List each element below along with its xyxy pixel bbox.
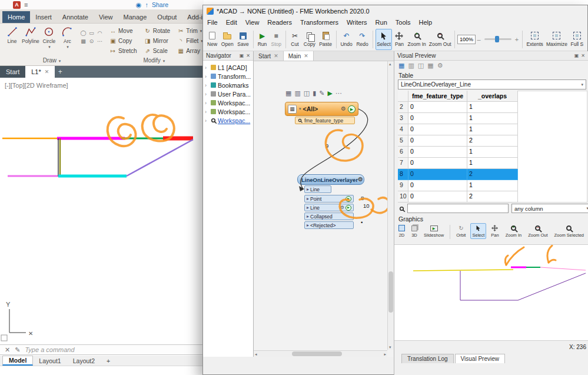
ellipse-icon[interactable]: ◯: [79, 29, 87, 37]
float-panel-icon[interactable]: ▣: [240, 53, 244, 58]
run-workspace-icon[interactable]: ▶: [328, 89, 333, 97]
modify-panel-label[interactable]: Modify ▾: [104, 56, 204, 65]
scroll-down-icon[interactable]: ▾: [389, 345, 391, 349]
table-row-selected[interactable]: 802: [398, 169, 518, 180]
ribbon-tab-home[interactable]: Home: [2, 11, 30, 23]
expand-icon[interactable]: ›: [205, 118, 209, 124]
menu-edit[interactable]: Edit: [222, 19, 241, 26]
autocad-app-icon[interactable]: A: [13, 1, 21, 9]
cmd-customize-icon[interactable]: ✎: [15, 346, 20, 354]
dropdown-caret-icon[interactable]: ▾: [200, 29, 202, 34]
select-tool-button[interactable]: Select: [376, 29, 393, 50]
zoom-extents-button[interactable]: Extents: [525, 29, 544, 50]
run-button[interactable]: ▶Run: [256, 29, 269, 50]
layout-tab-layout2[interactable]: Layout2: [67, 356, 101, 366]
expand-icon[interactable]: ›: [205, 74, 209, 79]
scroll-left-icon[interactable]: ◂: [255, 352, 257, 356]
menu-readers[interactable]: Readers: [263, 19, 296, 26]
dropdown-caret-icon[interactable]: ▾: [48, 45, 51, 49]
command-line[interactable]: ✕ ✎ Type a command: [0, 344, 204, 355]
transformer-node[interactable]: LineOnLineOverlayer ⚙: [297, 174, 364, 185]
gear-icon[interactable]: ⚙: [340, 205, 344, 210]
tool-stretch[interactable]: ↦Stretch: [109, 48, 137, 54]
tool-fillet[interactable]: ◝Fillet▾: [177, 38, 204, 44]
output-port-line[interactable]: ▸ Line ⚙ ▶: [304, 204, 354, 211]
graphics-2d-button[interactable]: 2D: [397, 223, 407, 239]
output-port-point[interactable]: ▸ Point ▶: [304, 195, 354, 203]
column-header-overlaps[interactable]: _overlaps: [467, 91, 518, 102]
table-row[interactable]: 502: [398, 135, 518, 147]
ribbon-tab-annotate[interactable]: Annotate: [57, 11, 94, 23]
doc-tab-start[interactable]: Start: [0, 66, 25, 78]
layout-tab-layout1[interactable]: Layout1: [33, 356, 67, 366]
hatch-icon[interactable]: ▩: [79, 38, 87, 45]
ribbon-tab-manage[interactable]: Manage: [118, 11, 152, 23]
doc-tab-drawing[interactable]: L1*✕: [25, 66, 55, 78]
graphics-zoom-selected-button[interactable]: Zoom Selected: [553, 223, 586, 239]
scrollbar-thumb[interactable]: [292, 351, 342, 356]
menu-tools[interactable]: Tools: [391, 19, 415, 26]
copy-button[interactable]: Copy: [302, 29, 317, 50]
run-to-port-icon[interactable]: ▶: [346, 196, 351, 202]
full-screen-button[interactable]: Full S: [569, 29, 585, 50]
graphics-select-button[interactable]: Select: [470, 223, 486, 239]
ribbon-tab-view[interactable]: View: [94, 11, 118, 23]
graphics-viewport[interactable]: [394, 244, 588, 341]
settings-icon[interactable]: ⚙: [437, 62, 443, 69]
zoom-out-button[interactable]: Zoom Out: [428, 29, 452, 50]
ribbon-tab-output[interactable]: Output: [152, 11, 182, 23]
canvas-horizontal-scrollbar[interactable]: ◂ ▸: [254, 350, 387, 357]
share-button[interactable]: Share: [152, 1, 168, 8]
table-row[interactable]: 401: [398, 124, 518, 135]
new-button[interactable]: New: [205, 29, 219, 50]
graphics-zoom-out-button[interactable]: Zoom Out: [526, 223, 549, 239]
zoom-slider-thumb[interactable]: [495, 36, 499, 42]
menu-help[interactable]: Help: [414, 19, 436, 26]
tool-array[interactable]: ▦Array▾: [177, 48, 204, 54]
table-row[interactable]: 301: [398, 113, 518, 124]
navigator-item-workspace-search[interactable]: ›Workspac...: [203, 116, 253, 125]
menu-view[interactable]: View: [241, 19, 264, 26]
tab-translation-log[interactable]: Translation Log: [401, 354, 454, 363]
title-bar[interactable]: *ACAD → NONE (Untitled) - FME Workbench …: [203, 5, 587, 17]
more-tools-icon[interactable]: ⋯: [335, 89, 342, 97]
cmd-close-icon[interactable]: ✕: [5, 346, 10, 354]
scroll-up-icon[interactable]: ▴: [389, 62, 391, 66]
graphics-pan-button[interactable]: Pan: [489, 223, 500, 239]
zoom-slider[interactable]: [484, 38, 511, 40]
zoom-increase-button[interactable]: +: [514, 36, 520, 43]
split-view-icon[interactable]: ◫: [418, 62, 424, 69]
tool-line[interactable]: Line: [4, 26, 21, 49]
arc-small-icon[interactable]: ◠: [96, 29, 104, 37]
signed-in-user-icon[interactable]: ◉: [136, 2, 142, 8]
point-icon[interactable]: ⊙: [88, 38, 95, 45]
add-bookmark-icon[interactable]: ▮: [313, 89, 316, 97]
tool-rotate[interactable]: ↻Rotate: [144, 28, 170, 34]
expand-icon[interactable]: ›: [205, 82, 209, 88]
zoom-in-button[interactable]: Zoom In: [406, 29, 427, 50]
close-icon[interactable]: ✕: [304, 53, 308, 59]
output-port-collapsed[interactable]: ▸ Collapsed: [304, 213, 354, 220]
tool-copy[interactable]: ▣Copy: [109, 38, 137, 44]
command-input[interactable]: Type a command: [25, 346, 74, 353]
table-row[interactable]: 601: [398, 147, 518, 158]
graphics-slideshow-button[interactable]: ▶Slideshow: [422, 223, 446, 239]
navigator-item-user-parameters[interactable]: ›User Para...: [203, 89, 253, 98]
gear-icon[interactable]: ⚙: [341, 106, 346, 112]
filter-scope-dropdown[interactable]: any column ▾: [511, 204, 588, 213]
table-row[interactable]: 701: [398, 158, 518, 169]
tool-move[interactable]: ↔Move: [109, 28, 137, 34]
feature-type-attribute-tag[interactable]: fme_feature_type: [295, 117, 355, 124]
menu-icon[interactable]: ≡: [24, 2, 28, 8]
menu-transformers[interactable]: Transformers: [296, 19, 343, 26]
stop-button[interactable]: ■Stop: [270, 29, 283, 50]
rectangle-icon[interactable]: ▭: [88, 29, 95, 37]
tool-mirror[interactable]: ◨Mirror: [144, 38, 170, 44]
output-port-rejected[interactable]: ▸ <Rejected>: [304, 221, 354, 229]
expand-icon[interactable]: ›: [205, 100, 209, 106]
expand-icon[interactable]: ›: [205, 65, 209, 71]
table-view-icon[interactable]: ▥: [408, 62, 414, 69]
table-row[interactable]: 901: [398, 180, 518, 191]
pan-tool-button[interactable]: Pan: [393, 29, 406, 50]
expand-icon[interactable]: ›: [205, 91, 209, 97]
